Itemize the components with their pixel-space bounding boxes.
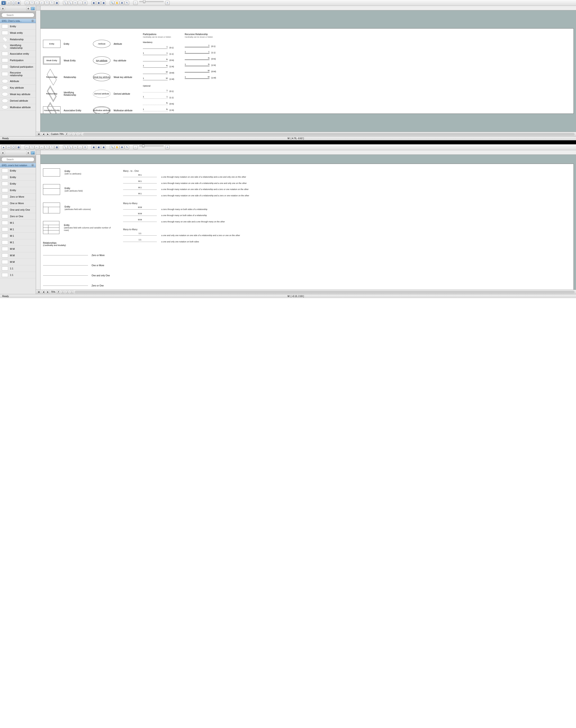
zoom-slider[interactable]	[139, 1, 164, 2]
zoom-mag-icon[interactable]: 🔍	[110, 145, 114, 149]
zoom-out-icon[interactable]: −	[133, 1, 138, 5]
zoom-in-icon[interactable]: +	[165, 1, 170, 5]
cardinality-line[interactable]: M:1	[123, 189, 157, 190]
next-page-icon[interactable]: ▶	[46, 291, 50, 294]
c3-icon[interactable]: ⌐	[35, 145, 39, 149]
shape-symbol[interactable]: Associative Entity	[43, 107, 60, 114]
sidebar-item[interactable]: Attribute	[0, 78, 36, 85]
sidebar-item[interactable]: Weak key attribute	[0, 91, 36, 98]
sidebar-item[interactable]: Multivalue attribute	[0, 104, 36, 111]
l4-icon[interactable]: ↕	[78, 145, 82, 149]
pointer-tool-icon[interactable]: ▲	[1, 1, 6, 5]
cardinality-line[interactable]: M:M	[123, 209, 157, 210]
cardinality-line[interactable]: 1:1	[123, 235, 157, 236]
grid-view-icon[interactable]: ⊞	[26, 151, 30, 155]
zoom-out-icon[interactable]: −	[133, 145, 138, 149]
connector1-icon[interactable]: ⌐	[25, 1, 29, 5]
l2-icon[interactable]: ╲	[68, 145, 73, 149]
next-page-icon[interactable]: ▶	[46, 133, 50, 136]
cardinality-line[interactable]: M:1	[123, 177, 157, 177]
sidebar-item[interactable]: Entity	[0, 174, 36, 181]
search-toggle-icon[interactable]: 🔍	[31, 151, 35, 155]
zoom-stepper-icon[interactable]: ⇵	[65, 133, 68, 136]
layout2-icon[interactable]: ▯	[66, 291, 69, 294]
align3-icon[interactable]: ▣	[101, 1, 106, 5]
sidebar-item[interactable]: Relationship	[0, 36, 36, 43]
shape-symbol[interactable]: Weak key attribute	[93, 73, 111, 81]
relationship-wire[interactable]	[43, 285, 88, 286]
sidebar-item[interactable]: Recursive relationship	[0, 70, 36, 78]
tree-view-icon[interactable]: ⊞	[1, 151, 5, 155]
line3-icon[interactable]: ⤳	[73, 1, 78, 5]
relationship-wire[interactable]	[43, 265, 88, 266]
sidebar-item[interactable]: M:M	[0, 259, 36, 265]
sidebar-item[interactable]: Entity	[0, 168, 36, 174]
connector3-icon[interactable]: ⌐	[35, 1, 39, 5]
entity-box[interactable]	[43, 169, 60, 177]
zoom-stepper-icon[interactable]: ⇵	[57, 291, 60, 294]
sidebar-item[interactable]: M:1	[0, 233, 36, 239]
grid-view-icon[interactable]: ⊞	[26, 7, 30, 10]
c7-icon[interactable]: ▦	[54, 145, 59, 149]
line1-icon[interactable]: ╲	[63, 1, 67, 5]
cardinality-line[interactable]: M:1	[123, 195, 157, 196]
print-icon[interactable]: 🖶	[120, 1, 124, 5]
align1-icon[interactable]: ▣	[91, 1, 96, 5]
sidebar-item[interactable]: Entity	[0, 181, 36, 187]
shape-symbol[interactable]: Entity	[43, 40, 60, 48]
relationship-wire[interactable]	[43, 275, 88, 276]
rect-tool-icon[interactable]: ▭	[6, 1, 11, 5]
c6-icon[interactable]: └	[50, 145, 54, 149]
line2-icon[interactable]: ╲	[68, 1, 73, 5]
entity-box[interactable]	[43, 184, 60, 195]
l3-icon[interactable]: ⤳	[73, 145, 78, 149]
shape-symbol[interactable]: Key attribute	[93, 56, 111, 64]
table-tool-icon[interactable]: ▦	[16, 1, 21, 5]
layout1-icon[interactable]: ▯	[69, 133, 73, 136]
sidebar-item[interactable]: Entity	[0, 23, 36, 30]
ellipse-tool-icon[interactable]: ◯	[11, 1, 16, 5]
search-input[interactable]	[1, 157, 34, 162]
connector4-icon[interactable]: ⌐	[39, 1, 44, 5]
relationship-wire[interactable]	[43, 255, 88, 255]
layout3-icon[interactable]: ▯	[79, 133, 82, 136]
close-icon[interactable]: ×	[31, 20, 34, 22]
sidebar-item[interactable]: M:1	[0, 239, 36, 246]
prev-page-icon[interactable]: ◀	[42, 133, 45, 136]
sidebar-item[interactable]: Key attribute	[0, 85, 36, 91]
a2-icon[interactable]: ▣	[96, 145, 101, 149]
rect-tool-icon[interactable]: ▭	[6, 145, 11, 149]
line5-icon[interactable]: ⇕	[83, 1, 87, 5]
tree-view-icon[interactable]: ⊞	[1, 7, 5, 10]
horizontal-scrollbar[interactable]	[83, 133, 575, 135]
c4-icon[interactable]: ⌐	[39, 145, 44, 149]
sidebar-item[interactable]: M:M	[0, 252, 36, 259]
pointer-tool-icon[interactable]: ▲	[1, 145, 6, 149]
edit-icon[interactable]: ✎	[125, 1, 129, 5]
zoom-mag-icon[interactable]: 🔍	[110, 1, 114, 5]
sidebar-item[interactable]: 1:1	[0, 265, 36, 272]
sidebar-item[interactable]: Zero or More	[0, 193, 36, 200]
connector6-icon[interactable]: └	[50, 1, 54, 5]
hand-tool-icon[interactable]: ✋	[115, 145, 119, 149]
sidebar-item[interactable]: Identifying relationship	[0, 43, 36, 51]
a3-icon[interactable]: ▣	[101, 145, 106, 149]
sidebar-item[interactable]: Derived attribute	[0, 98, 36, 104]
search-toggle-icon[interactable]: 🔍	[31, 7, 35, 10]
sidebar-item[interactable]: Zero or One	[0, 213, 36, 220]
align2-icon[interactable]: ▣	[96, 1, 101, 5]
layout2-icon[interactable]: ▯	[74, 133, 77, 136]
connector7-icon[interactable]: ▦	[54, 1, 59, 5]
ellipse-tool-icon[interactable]: ◯	[11, 145, 16, 149]
sidebar-item[interactable]: Weak entity	[0, 30, 36, 36]
entity-box[interactable]	[43, 221, 59, 234]
search-input[interactable]	[1, 13, 34, 17]
horizontal-scrollbar[interactable]	[75, 291, 575, 294]
page-tabs-icon[interactable]: ▦	[37, 133, 40, 136]
entity-box[interactable]	[43, 203, 60, 213]
sidebar-item[interactable]: Optional participation	[0, 64, 36, 70]
prev-page-icon[interactable]: ◀	[42, 291, 45, 294]
c5-icon[interactable]: └	[45, 145, 49, 149]
sidebar-item[interactable]: M:1	[0, 220, 36, 226]
sidebar-item[interactable]: Participation	[0, 57, 36, 64]
